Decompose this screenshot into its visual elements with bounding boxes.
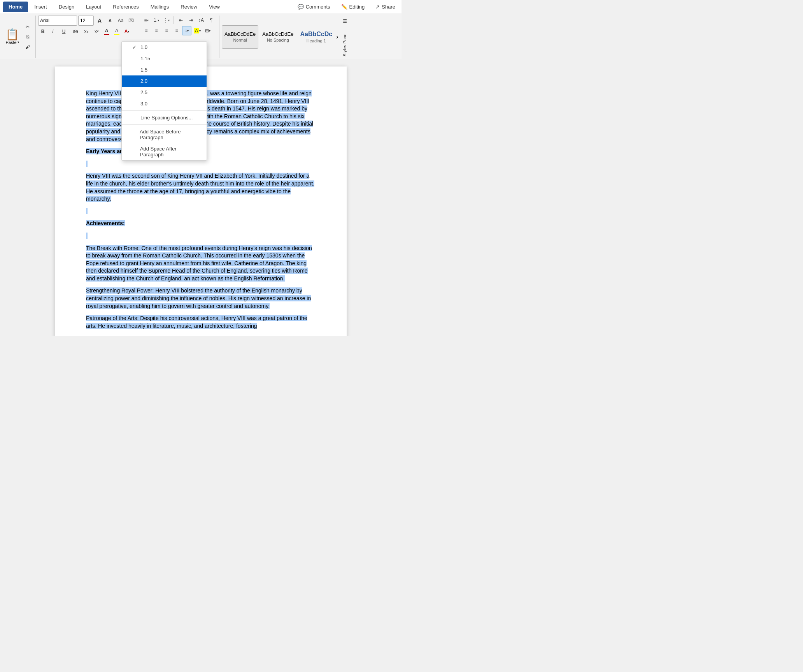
line-spacing-options[interactable]: Line Spacing Options... <box>122 112 207 123</box>
spacing-1-5[interactable]: 1.5 <box>122 64 207 75</box>
font-size-input[interactable] <box>78 16 94 26</box>
style-no-spacing-label: No Spacing <box>267 38 289 42</box>
tabs-right: 💬 Comments ✏️ Editing ↗ Share <box>295 2 398 11</box>
spacing-1-15[interactable]: 1.15 <box>122 59 207 64</box>
style-heading1-preview: AaBbCcDc <box>300 31 332 38</box>
comments-button[interactable]: 💬 Comments <box>295 2 333 11</box>
editing-label: Editing <box>349 4 365 10</box>
highlight-button[interactable]: A <box>112 27 121 36</box>
tab-home[interactable]: Home <box>3 2 28 12</box>
paragraph-5 <box>86 208 316 215</box>
tab-mailings[interactable]: Mailings <box>145 2 175 12</box>
styles-pane-icon: ≡ <box>343 17 347 25</box>
spacing-3-0[interactable]: 3.0 <box>122 98 207 109</box>
italic-button[interactable]: I <box>48 27 58 36</box>
add-space-after[interactable]: Add Space After Paragraph <box>122 143 207 160</box>
check-2-0 <box>131 78 137 84</box>
share-button[interactable]: ↗ Share <box>372 2 398 11</box>
para10-text: Patronage of the Arts: Despite his contr… <box>86 315 307 329</box>
clear-format-button[interactable]: ⌧ <box>126 16 136 25</box>
tab-view[interactable]: View <box>203 2 225 12</box>
paste-icon: 📋 <box>5 29 19 40</box>
spacing-divider-2 <box>122 124 207 125</box>
font-name-row: A A Aa ⌧ <box>38 16 136 26</box>
add-space-after-label: Add Space After Paragraph <box>140 146 197 158</box>
tab-layout[interactable]: Layout <box>81 2 107 12</box>
tab-insert[interactable]: Insert <box>29 2 53 12</box>
align-left-button[interactable]: ≡ <box>142 26 151 35</box>
bold-button[interactable]: B <box>38 27 47 36</box>
style-heading1[interactable]: AaBbCcDc Heading 1 <box>297 25 335 49</box>
paragraph-8: The Break with Rome: One of the most pro… <box>86 245 316 283</box>
spacing-1-15-label: 1.15 <box>140 59 150 61</box>
style-normal-preview: AaBbCcDdEe <box>224 31 256 37</box>
sort-button[interactable]: ↕A <box>196 16 206 25</box>
para5-text <box>86 208 88 214</box>
style-normal-label: Normal <box>233 38 247 42</box>
bullets-button[interactable]: ≡▾ <box>142 16 151 25</box>
paragraph-9: Strengthening Royal Power: Henry VIII bo… <box>86 287 316 310</box>
decrease-indent-button[interactable]: ⇤ <box>176 16 186 25</box>
cut-button[interactable]: ✂ <box>23 22 32 32</box>
alignment-row: ≡ ≡ ≡ ≡ ↕▾ A▾ ⊞▾ <box>142 26 216 35</box>
para3-text <box>86 161 88 167</box>
style-heading1-label: Heading 1 <box>307 38 326 43</box>
add-space-before-label: Add Space Before Paragraph <box>140 129 197 140</box>
comments-label: Comments <box>306 4 330 10</box>
show-marks-button[interactable]: ¶ <box>207 16 216 25</box>
para6-text: Achievements: <box>86 220 125 226</box>
paragraph-3 <box>86 160 316 168</box>
style-no-spacing[interactable]: AaBbCcDdEe No Spacing <box>259 25 296 49</box>
more-styles-button[interactable]: › <box>336 25 338 49</box>
pencil-icon: ✏️ <box>341 4 347 10</box>
tab-design[interactable]: Design <box>53 2 80 12</box>
check-1-15 <box>131 59 137 61</box>
font-shrink-button[interactable]: A <box>105 16 115 25</box>
spacing-1-5-label: 1.5 <box>140 67 147 73</box>
copy-button[interactable]: ⎘ <box>23 32 32 42</box>
underline-button[interactable]: U <box>58 27 69 36</box>
superscript-button[interactable]: x² <box>92 27 101 36</box>
clipboard-section: 📋 Paste ▾ ✂ ⎘ 🖌 <box>3 16 36 58</box>
spacing-divider-1 <box>122 110 207 111</box>
comment-icon: 💬 <box>298 4 304 10</box>
increase-indent-button[interactable]: ⇥ <box>186 16 196 25</box>
strikethrough-button[interactable]: ab <box>70 27 81 36</box>
spacing-2-5[interactable]: 2.5 <box>122 87 207 98</box>
spacing-2-0[interactable]: 2.0 <box>122 75 207 87</box>
font-grow-button[interactable]: A <box>95 16 104 25</box>
borders-button[interactable]: ⊞▾ <box>203 26 212 35</box>
tabs-left: Home Insert Design Layout References Mai… <box>3 2 225 12</box>
tab-review[interactable]: Review <box>175 2 203 12</box>
text-color-dropdown[interactable]: A▾ <box>122 27 131 36</box>
check-after <box>131 149 137 155</box>
add-space-before[interactable]: Add Space Before Paragraph <box>122 126 207 143</box>
paste-button[interactable]: 📋 Paste ▾ <box>3 16 21 58</box>
align-center-button[interactable]: ≡ <box>152 26 161 35</box>
para8-text: The Break with Rome: One of the most pro… <box>86 245 312 282</box>
font-color-button[interactable]: A <box>102 27 111 36</box>
spacing-2-5-label: 2.5 <box>140 89 147 95</box>
line-spacing-button[interactable]: ↕▾ <box>182 26 191 35</box>
lists-row: ≡▾ 1.▾ ⋮▾ ⇤ ⇥ ↕A ¶ <box>142 16 216 25</box>
shading-button[interactable]: A▾ <box>192 26 202 35</box>
change-case-button[interactable]: Aa <box>116 16 125 25</box>
tab-references[interactable]: References <box>107 2 144 12</box>
align-right-button[interactable]: ≡ <box>162 26 171 35</box>
paste-dropdown-arrow[interactable]: ▾ <box>18 40 19 44</box>
styles-pane-button[interactable]: ≡ Styles Pane <box>339 16 350 58</box>
subscript-button[interactable]: x₂ <box>82 27 91 36</box>
style-normal[interactable]: AaBbCcDdEe Normal <box>222 25 258 49</box>
justify-button[interactable]: ≡ <box>172 26 181 35</box>
font-name-input[interactable] <box>38 16 77 26</box>
paragraph-10: Patronage of the Arts: Despite his contr… <box>86 315 316 330</box>
numbering-button[interactable]: 1.▾ <box>152 16 161 25</box>
editing-button[interactable]: ✏️ Editing <box>338 2 368 11</box>
clipboard-extras: ✂ ⎘ 🖌 <box>23 16 32 58</box>
spacing-options-label: Line Spacing Options... <box>140 115 193 121</box>
paragraph-7 <box>86 232 316 240</box>
paragraph-4: Henry VIII was the second son of King He… <box>86 172 316 203</box>
spacing-2-0-label: 2.0 <box>140 78 147 84</box>
multilevel-list-button[interactable]: ⋮▾ <box>162 16 171 25</box>
format-painter-button[interactable]: 🖌 <box>23 42 32 52</box>
